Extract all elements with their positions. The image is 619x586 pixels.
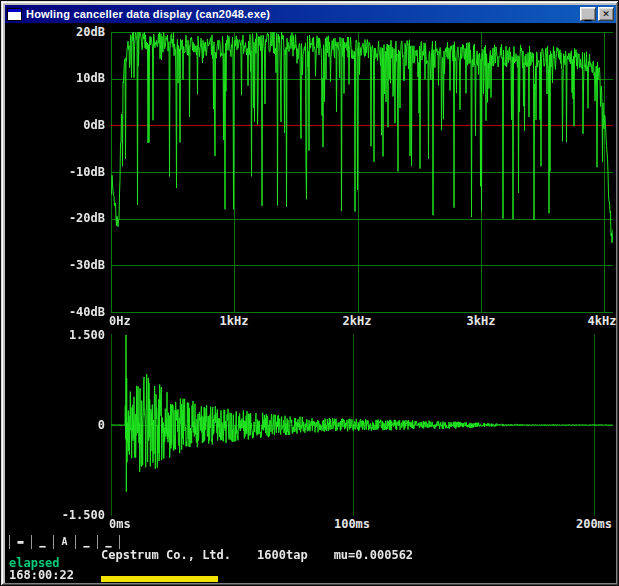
footer-mini-buttons: ▬ ▁ A ▁ ▁ <box>9 535 120 549</box>
spectrum-xtick: 1kHz <box>220 315 249 328</box>
footer-mini-button-3[interactable]: A <box>54 535 76 549</box>
minimize-icon: ▁ <box>585 11 592 21</box>
close-icon: ✕ <box>602 9 610 19</box>
waveform-ytick: 1.500 <box>5 329 105 342</box>
app-icon <box>7 8 22 21</box>
spectrum-ytick: 20dB <box>5 26 105 39</box>
waveform-ytick: -1.500 <box>5 509 105 522</box>
spectrum-ytick: 0dB <box>5 119 105 132</box>
footer-mini-button-1[interactable]: ▬ <box>9 535 32 549</box>
spectrum-xtick: 4kHz <box>588 315 616 328</box>
company-name: Cepstrum Co., Ltd. <box>101 548 231 562</box>
spectrum-canvas <box>111 32 613 313</box>
waveform-ytick: 0 <box>5 419 105 432</box>
waveform-xtick: 200ms <box>576 518 612 531</box>
minimize-button[interactable]: ▁ <box>580 7 596 21</box>
spectrum-ytick: -20dB <box>5 212 105 225</box>
spectrum-ytick: -40dB <box>5 306 105 319</box>
spectrum-ytick: -10dB <box>5 166 105 179</box>
waveform-canvas <box>111 334 613 516</box>
footer-mini-button-2[interactable]: ▁ <box>32 535 54 549</box>
window-title: Howling canceller data display (can2048.… <box>26 8 578 20</box>
spectrum-xtick: 2kHz <box>343 315 372 328</box>
waveform-xtick: 0ms <box>109 518 131 531</box>
footer-mini-button-4[interactable]: ▁ <box>76 535 98 549</box>
waveform-xtick: 100ms <box>334 518 370 531</box>
spectrum-xtick: 0Hz <box>109 315 131 328</box>
close-button[interactable]: ✕ <box>598 7 614 21</box>
mu-value: mu=0.000562 <box>334 548 413 562</box>
progress-bar <box>101 576 218 582</box>
spectrum-ytick: 10dB <box>5 72 105 85</box>
spectrum-ytick: -30dB <box>5 259 105 272</box>
footer-mini-button-5[interactable]: ▁ <box>98 535 120 549</box>
spectrum-xtick: 3kHz <box>467 315 496 328</box>
title-bar[interactable]: Howling canceller data display (can2048.… <box>5 5 616 23</box>
elapsed-time: 168:00:22 <box>9 568 74 582</box>
footer-status-line: Cepstrum Co., Ltd.1600tapmu=0.000562 <box>101 548 439 562</box>
app-window: Howling canceller data display (can2048.… <box>0 0 619 586</box>
plot-area: 20dB 10dB 0dB -10dB -20dB -30dB -40dB 0H… <box>5 23 616 583</box>
tap-count: 1600tap <box>257 548 308 562</box>
